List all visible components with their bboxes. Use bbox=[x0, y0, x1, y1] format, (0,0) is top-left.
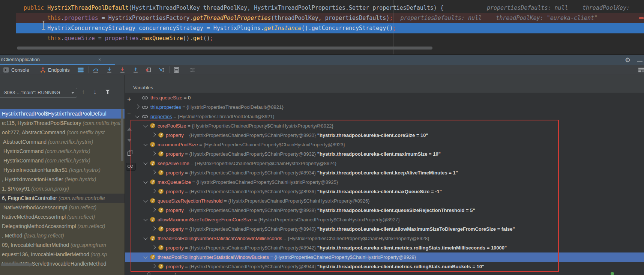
stack-frame-row[interactable]: DelegatingMethodAccessorImpl (sun.reflec… bbox=[0, 222, 125, 231]
chevron-slot bbox=[144, 196, 150, 206]
variable-row-threadPoolRollingNumberStatisticalWindowBuckets[interactable]: threadPoolRollingNumberStatisticalWindow… bbox=[125, 252, 644, 262]
stack-frame-row[interactable]: HystrixInvocationHandler$1 (feign.hystri… bbox=[0, 165, 125, 175]
code-line-1[interactable]: public HystrixThreadPoolDefault(HystrixT… bbox=[0, 3, 644, 13]
chevron-right-icon[interactable] bbox=[152, 151, 156, 155]
variable-row-property[interactable]: property = {HystrixPropertiesChainedProp… bbox=[125, 206, 644, 215]
layout-icon[interactable] bbox=[638, 67, 644, 73]
frame-package: (com.netflix.hystrix) bbox=[45, 148, 90, 154]
variable-type-ref: {HystrixPropertiesChainedProperty$ChainH… bbox=[203, 142, 345, 147]
tab-debug-session[interactable]: nClientApplication × bbox=[0, 55, 115, 65]
chevron-down-icon[interactable] bbox=[143, 236, 147, 240]
up-arrow-icon[interactable]: ↑ bbox=[82, 89, 85, 95]
variable-row-property[interactable]: property = {HystrixPropertiesChainedProp… bbox=[125, 131, 644, 140]
thread-selector-dropdown[interactable]: -8083-..."main": RUNNING bbox=[0, 88, 77, 98]
copy-icon[interactable] bbox=[128, 150, 133, 156]
code-line-4[interactable]: this.queueSize = properties.maxQueueSize… bbox=[0, 33, 644, 44]
close-icon[interactable]: × bbox=[98, 57, 101, 62]
stack-frame-row[interactable]: NativeMethodAccessorImpl (sun.reflect) bbox=[0, 212, 125, 222]
evaluate-expression-icon[interactable] bbox=[173, 67, 180, 73]
step-out-icon[interactable] bbox=[132, 67, 139, 73]
variable-row-maxQueueSize[interactable]: maxQueueSize = {HystrixPropertiesChained… bbox=[125, 177, 644, 187]
minimize-icon[interactable] bbox=[637, 61, 642, 62]
console-icon[interactable] bbox=[3, 67, 9, 73]
variable-row-queueSizeRejectionThreshold[interactable]: queueSizeRejectionThreshold = {HystrixPr… bbox=[125, 196, 644, 206]
menu-icon[interactable] bbox=[77, 67, 84, 73]
editor-horizontal-scrollbar[interactable] bbox=[17, 47, 432, 50]
variable-row-keepAliveTime[interactable]: keepAliveTime = {HystrixPropertiesChaine… bbox=[125, 159, 644, 168]
stack-frame-row[interactable]: 09, InvocableHandlerMethod (org.springfr… bbox=[0, 240, 125, 250]
show-watches-icon[interactable] bbox=[126, 163, 136, 171]
chevron-down-icon[interactable] bbox=[143, 254, 147, 258]
variable-row-property[interactable]: property = {HystrixPropertiesChainedProp… bbox=[125, 149, 644, 159]
down-arrow-icon[interactable]: ↓ bbox=[93, 89, 96, 95]
variable-row-this.properties[interactable]: this.properties = {HystrixPropertiesThre… bbox=[125, 102, 644, 112]
view-options-icon[interactable] bbox=[189, 67, 195, 73]
remove-watch-icon[interactable]: − bbox=[127, 110, 131, 118]
stack-frame-row[interactable]: equest:136, InvocableHandlerMethod (org.… bbox=[0, 250, 125, 259]
variable-row-property[interactable]: property = {HystrixPropertiesChainedProp… bbox=[125, 262, 644, 271]
chevron-down-icon[interactable] bbox=[143, 217, 147, 221]
gear-icon[interactable]: ⚙ bbox=[625, 56, 630, 64]
step-into-icon[interactable] bbox=[106, 67, 113, 73]
variable-row-property[interactable]: property = {HystrixPropertiesChainedProp… bbox=[125, 168, 644, 177]
chevron-down-icon[interactable] bbox=[143, 123, 147, 127]
status-green-dot bbox=[611, 272, 614, 275]
stack-frame-row[interactable]: 6, FeignClientController (com.wilee.cont… bbox=[0, 194, 125, 203]
variable-row-properties[interactable]: properties = {HystrixPropertiesThreadPoo… bbox=[125, 112, 644, 121]
code-editor[interactable]: public HystrixThreadPoolDefault(HystrixT… bbox=[0, 0, 644, 54]
stack-frame-row[interactable]: HystrixCommand (com.netflix.hystrix) bbox=[0, 147, 125, 156]
code-token: . bbox=[139, 35, 142, 42]
filter-icon[interactable] bbox=[105, 90, 111, 95]
chevron-slot bbox=[152, 187, 158, 196]
chevron-right-icon[interactable] bbox=[152, 189, 156, 193]
chevron-right-icon[interactable] bbox=[135, 104, 139, 108]
variable-row-allowMaximumSizeToDivergeFromCoreSize[interactable]: allowMaximumSizeToDivergeFromCoreSize = … bbox=[125, 215, 644, 224]
move-up-icon[interactable] bbox=[127, 128, 132, 131]
stack-frame-row[interactable]: , Method (java.lang.reflect) bbox=[0, 231, 125, 240]
variable-row-property[interactable]: property = {HystrixPropertiesChainedProp… bbox=[125, 224, 644, 234]
variable-row-this.queueSize[interactable]: this.queueSize = 0 bbox=[125, 93, 644, 102]
force-step-into-icon[interactable] bbox=[119, 67, 126, 73]
code-token: getThreadPoolProperties bbox=[193, 15, 271, 21]
chevron-slot bbox=[144, 177, 150, 187]
stack-frame-row[interactable]: 1, $Proxy91 (com.sun.proxy) bbox=[0, 184, 125, 194]
console-tab[interactable]: Console bbox=[11, 67, 29, 73]
variable-row-property[interactable]: property = {HystrixPropertiesChainedProp… bbox=[125, 243, 644, 252]
stack-frame-row[interactable]: e:115, HystrixThreadPool$Factory (com.ne… bbox=[0, 119, 125, 128]
chevron-down-icon[interactable] bbox=[143, 142, 147, 146]
stack-frame-row[interactable]: NativeMethodAccessorImpl (sun.reflect) bbox=[0, 203, 125, 212]
chevron-down-icon[interactable] bbox=[143, 198, 147, 202]
chevron-right-icon[interactable] bbox=[152, 226, 156, 230]
code-line-2[interactable]: this.properties = HystrixPropertiesFacto… bbox=[0, 13, 644, 23]
variable-row-maximumPoolSize[interactable]: maximumPoolSize = {HystrixPropertiesChai… bbox=[125, 140, 644, 149]
move-down-icon[interactable] bbox=[127, 139, 132, 142]
add-watch-icon[interactable]: + bbox=[127, 95, 131, 104]
variable-value: "hystrix.threadpool.eureka-client.queueS… bbox=[316, 207, 475, 213]
chevron-right-icon[interactable] bbox=[152, 245, 156, 249]
variable-row-property[interactable]: property = {HystrixPropertiesChainedProp… bbox=[125, 187, 644, 196]
code-token: public bbox=[24, 5, 47, 11]
run-to-cursor-icon[interactable] bbox=[158, 67, 164, 73]
chevron-right-icon[interactable] bbox=[152, 207, 156, 212]
drop-frame-icon[interactable] bbox=[145, 67, 152, 73]
chevron-down-icon[interactable] bbox=[143, 179, 147, 183]
stack-frame-row[interactable]: HystrixThreadPool$HystrixThreadPoolDefau… bbox=[0, 109, 125, 119]
partial-row-icon bbox=[147, 272, 150, 275]
chevron-down-icon[interactable] bbox=[143, 161, 147, 165]
stack-frame-row[interactable]: HystrixCommand (com.netflix.hystrix) bbox=[0, 156, 125, 165]
stack-frame-row[interactable]: , HystrixInvocationHandler (feign.hystri… bbox=[0, 175, 125, 184]
chevron-down-icon[interactable] bbox=[135, 114, 139, 118]
frames-horizontal-scrollbar[interactable] bbox=[1, 263, 33, 266]
endpoints-tab[interactable]: Endpoints bbox=[48, 67, 70, 73]
stack-frame-row[interactable]: ool:277, AbstractCommand (com.netflix.hy… bbox=[0, 128, 125, 137]
chevron-right-icon[interactable] bbox=[152, 170, 156, 174]
stack-frame-row[interactable]: AbstractCommand (com.netflix.hystrix) bbox=[0, 137, 125, 147]
frames-vertical-scrollbar[interactable] bbox=[121, 109, 123, 161]
chevron-right-icon[interactable] bbox=[152, 264, 156, 268]
chevron-right-icon[interactable] bbox=[152, 132, 156, 137]
variable-row-threadPoolRollingNumberStatisticalWindowInMilliseconds[interactable]: threadPoolRollingNumberStatisticalWindow… bbox=[125, 234, 644, 243]
code-line-3[interactable]: HystrixConcurrencyStrategy concurrencySt… bbox=[0, 23, 644, 33]
endpoints-icon[interactable] bbox=[40, 67, 46, 73]
variable-row-corePoolSize[interactable]: corePoolSize = {HystrixPropertiesChained… bbox=[125, 121, 644, 131]
step-over-icon[interactable] bbox=[93, 67, 99, 73]
